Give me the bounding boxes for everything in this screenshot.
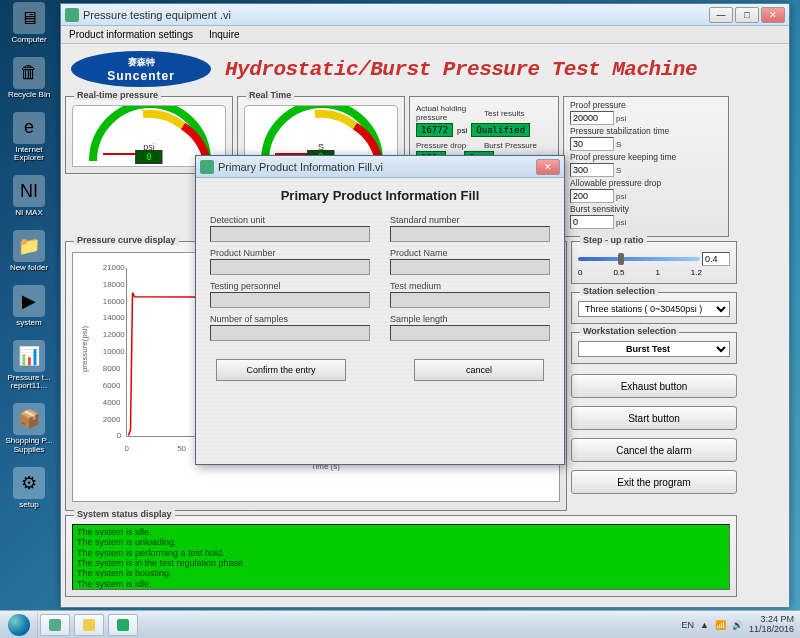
tray-sound-icon[interactable]: 🔊	[732, 620, 743, 630]
proof-pressure-input[interactable]	[570, 111, 614, 125]
dialog-close-button[interactable]: ✕	[536, 159, 560, 175]
main-titlebar[interactable]: Pressure testing equipment .vi — □ ✕	[61, 4, 789, 26]
sensitivity-input[interactable]	[570, 215, 614, 229]
desktop-icon-computer[interactable]: 🖥Computer	[4, 2, 54, 45]
desktop-icon-ie[interactable]: eInternet Explorer	[4, 112, 54, 164]
panel-params: Proof pressure psi Pressure stabilizatio…	[563, 96, 729, 237]
taskbar-item-explorer[interactable]	[74, 614, 104, 636]
holding-pressure: 16772	[416, 123, 453, 137]
svg-text:0: 0	[117, 431, 122, 440]
svg-text:pressure(psi): pressure(psi)	[80, 325, 89, 372]
cancel-button[interactable]: cancel	[414, 359, 544, 381]
excel-icon	[117, 619, 129, 631]
taskbar: EN ▲ 📶 🔊 3:24 PM11/18/2016	[0, 610, 800, 638]
svg-text:6000: 6000	[103, 381, 121, 390]
keeping-time-input[interactable]	[570, 163, 614, 177]
standard-number-input[interactable]	[390, 226, 550, 242]
product-info-dialog: Primary Product Information Fill.vi ✕ Pr…	[195, 155, 565, 465]
station-select[interactable]: Three stations ( 0~30450psi )	[578, 301, 730, 317]
panel-station-selection: Station selection Three stations ( 0~304…	[571, 292, 737, 324]
product-name-input[interactable]	[390, 259, 550, 275]
menu-inquire[interactable]: Inquire	[205, 28, 244, 41]
desktop-icon-setup[interactable]: ⚙setup	[4, 467, 54, 510]
svg-text:50: 50	[177, 444, 186, 453]
svg-text:21000: 21000	[103, 263, 126, 272]
step-ratio-input[interactable]	[702, 252, 730, 266]
taskbar-item-excel[interactable]	[108, 614, 138, 636]
page-title: Hydrostatic/Burst Pressure Test Machine	[225, 58, 697, 81]
confirm-button[interactable]: Confirm the entry	[216, 359, 346, 381]
menubar: Product information settings Inquire	[61, 26, 789, 44]
language-indicator[interactable]: EN	[682, 620, 695, 630]
panel-workstation-selection: Workstation selection Burst Test	[571, 332, 737, 364]
detection-unit-input[interactable]	[210, 226, 370, 242]
desktop-icon-folder[interactable]: 📁New folder	[4, 230, 54, 273]
svg-text:0: 0	[125, 444, 130, 453]
product-number-input[interactable]	[210, 259, 370, 275]
cancel-alarm-button[interactable]: Cancel the alarm	[571, 438, 737, 462]
start-button[interactable]	[0, 611, 38, 639]
panel-system-status: System status display The system is idle…	[65, 515, 737, 597]
system-tray: EN ▲ 📶 🔊 3:24 PM11/18/2016	[676, 615, 800, 635]
desktop-icon-shopping[interactable]: 📦Shopping P... Supplies	[4, 403, 54, 455]
minimize-button[interactable]: —	[709, 7, 733, 23]
svg-text:4000: 4000	[103, 398, 121, 407]
menu-product-info[interactable]: Product information settings	[65, 28, 197, 41]
ie-icon	[49, 619, 61, 631]
pressure-value: 0	[135, 150, 162, 164]
step-ratio-slider[interactable]	[578, 257, 700, 261]
maximize-button[interactable]: □	[735, 7, 759, 23]
svg-text:16000: 16000	[103, 297, 126, 306]
exit-button[interactable]: Exit the program	[571, 470, 737, 494]
testing-personnel-input[interactable]	[210, 292, 370, 308]
system-status-log: The system is idle.The system is unloadi…	[72, 524, 730, 590]
samples-input[interactable]	[210, 325, 370, 341]
allowable-drop-input[interactable]	[570, 189, 614, 203]
desktop-icon-system[interactable]: ▶system	[4, 285, 54, 328]
svg-text:10000: 10000	[103, 347, 126, 356]
dialog-titlebar[interactable]: Primary Product Information Fill.vi ✕	[196, 156, 564, 178]
windows-orb-icon	[8, 614, 30, 636]
dialog-window-title: Primary Product Information Fill.vi	[218, 161, 536, 173]
logo: 赛森特 Suncenter	[71, 51, 211, 87]
start-button[interactable]: Start button	[571, 406, 737, 430]
desktop-icons: 🖥Computer 🗑Recycle Bin eInternet Explore…	[4, 2, 54, 510]
workstation-select[interactable]: Burst Test	[578, 341, 730, 357]
svg-text:8000: 8000	[103, 364, 121, 373]
dialog-title: Primary Product Information Fill	[210, 188, 550, 203]
folder-icon	[83, 619, 95, 631]
desktop-icon-nimax[interactable]: NINI MAX	[4, 175, 54, 218]
svg-text:12000: 12000	[103, 330, 126, 339]
desktop-icon-recycle[interactable]: 🗑Recycle Bin	[4, 57, 54, 100]
svg-text:18000: 18000	[103, 280, 126, 289]
test-result: Qualified	[471, 123, 530, 137]
clock[interactable]: 3:24 PM11/18/2016	[749, 615, 794, 635]
desktop-icon-report[interactable]: 📊Pressure t... report11...	[4, 340, 54, 392]
window-title: Pressure testing equipment .vi	[83, 9, 709, 21]
test-medium-input[interactable]	[390, 292, 550, 308]
app-icon	[65, 8, 79, 22]
taskbar-item-ie[interactable]	[40, 614, 70, 636]
tray-network-icon[interactable]: 📶	[715, 620, 726, 630]
stabilization-time-input[interactable]	[570, 137, 614, 151]
svg-text:14000: 14000	[103, 313, 126, 322]
right-controls: Step - up ratio 00.511.2 Station selecti…	[571, 241, 737, 515]
dialog-icon	[200, 160, 214, 174]
exhaust-button[interactable]: Exhaust button	[571, 374, 737, 398]
close-button[interactable]: ✕	[761, 7, 785, 23]
panel-step-ratio: Step - up ratio 00.511.2	[571, 241, 737, 284]
sample-length-input[interactable]	[390, 325, 550, 341]
tray-flag-icon[interactable]: ▲	[700, 620, 709, 630]
svg-text:2000: 2000	[103, 415, 121, 424]
